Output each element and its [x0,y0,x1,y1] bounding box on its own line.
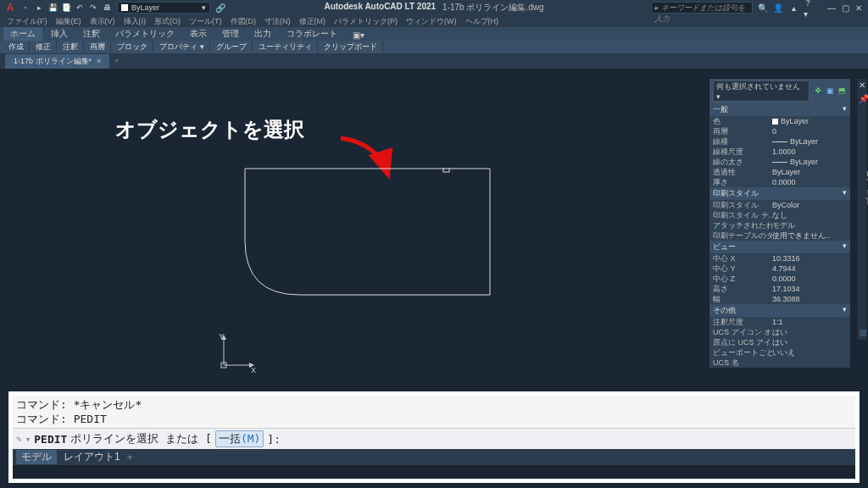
property-value[interactable]: はい [772,327,847,337]
ribbon-tab-view[interactable]: 表示 [183,27,214,41]
drawing-tab-close-icon[interactable]: × [97,57,101,65]
panel-draw[interactable]: 作成 [3,42,30,53]
ribbon-tab-insert[interactable]: 挿入 [44,27,75,41]
panel-modify[interactable]: 修正 [31,42,57,53]
property-value[interactable]: ByLayer [772,116,847,126]
ribbon-tab-collaborate[interactable]: コラボレート [280,27,344,41]
maximize-button[interactable]: ▢ [839,3,851,13]
search-icon[interactable]: 🔍 [758,3,768,13]
properties-palette-handle[interactable]: ✕ 📌 プロパティ [856,78,868,341]
property-value[interactable]: ByLayer [772,136,847,147]
layout-tab-layout1[interactable]: レイアウト1 [64,450,120,464]
menu-help[interactable]: ヘルプ(H) [465,16,499,27]
ribbon-tab-more[interactable]: ▣▾ [346,30,371,41]
panel-groups[interactable]: グループ [211,42,253,53]
menu-window[interactable]: ウィンドウ(W) [406,16,457,27]
property-value[interactable]: 0.0000 [772,274,847,284]
property-row[interactable]: 印刷テーブルのタ..使用できません.. [709,230,850,241]
ribbon-tab-manage[interactable]: 管理 [215,27,246,41]
app-logo[interactable]: A [3,1,17,14]
property-value[interactable]: 36.3088 [772,294,847,304]
panel-block[interactable]: ブロック [112,42,153,53]
palette-close-icon[interactable]: ✕ [859,80,865,90]
property-value[interactable]: はい [772,337,847,347]
property-value[interactable]: ByColor [772,200,847,210]
command-option-highlight[interactable]: 一括(M) [215,430,264,447]
property-row[interactable]: 線の太さByLayer [709,157,850,167]
app-exchange-icon[interactable]: ▴ [788,3,798,13]
property-row[interactable]: 高さ17.1034 [709,284,850,294]
property-row[interactable]: UCS 名 [709,358,850,368]
property-value[interactable]: 使用できません.. [772,230,847,241]
menu-modify[interactable]: 修正(M) [299,16,326,27]
property-value[interactable]: いいえ [772,347,847,358]
quick-select-icon[interactable]: ❖ [813,86,823,97]
drawing-object-rectangle[interactable] [244,168,498,303]
property-row[interactable]: UCS アイコン オンはい [709,327,850,337]
property-value[interactable]: なし [772,210,847,220]
property-value[interactable]: ByLayer [772,167,847,177]
ribbon-tab-annotate[interactable]: 注釈 [76,27,107,41]
ribbon-tab-output[interactable]: 出力 [248,27,278,41]
property-value[interactable]: 0 [772,126,847,136]
menu-view[interactable]: 表示(V) [90,16,115,27]
property-value[interactable]: モデル [772,220,847,230]
chevron-down-icon[interactable]: ▾ [25,434,31,445]
property-value[interactable]: 4.7944 [772,263,847,274]
menu-tools[interactable]: ツール(T) [189,16,222,27]
drawing-tab-current[interactable]: 1-17b ポリライン編集* × [5,54,109,69]
property-row[interactable]: 幅36.3088 [709,294,850,304]
redo-icon[interactable]: ↷ [88,3,98,13]
property-row[interactable]: ビューポートごとの..いいえ [709,347,850,358]
palette-options-icon[interactable] [860,330,866,336]
property-section-header[interactable]: ビュー▾ [709,241,850,253]
layout-tab-model[interactable]: モデル [16,450,57,464]
property-row[interactable]: 色ByLayer [709,116,850,126]
help-search-input[interactable]: ▸キーワードまたは語句を入力 [651,2,753,14]
property-value[interactable]: 17.1034 [772,284,847,294]
ribbon-tab-home[interactable]: ホーム [3,27,42,41]
property-section-header[interactable]: 一般▾ [709,103,850,116]
pickadd-icon[interactable]: ⬒ [837,86,847,97]
new-icon[interactable]: ▫ [20,3,31,13]
property-row[interactable]: 透過性ByLayer [709,167,850,177]
share-icon[interactable]: 🔗 [215,3,225,13]
menu-dimension[interactable]: 寸法(N) [264,16,291,27]
property-value[interactable]: 1:1 [772,317,847,327]
menu-format[interactable]: 形式(O) [154,16,181,27]
ribbon-tab-parametric[interactable]: パラメトリック [108,27,181,41]
menu-insert[interactable]: 挿入(I) [124,16,147,27]
layer-dropdown[interactable]: ByLayer ▾ [117,2,210,14]
property-row[interactable]: 線種ByLayer [709,136,850,147]
palette-pin-icon[interactable]: 📌 [859,94,868,103]
property-section-header[interactable]: 印刷スタイル▾ [709,187,850,200]
command-history[interactable]: コマンド: *キャンセル* コマンド: PEDIT [13,396,855,428]
property-row[interactable]: 中心 Y4.7944 [709,263,850,274]
property-value[interactable]: 1.0000 [772,147,847,157]
open-icon[interactable]: ▸ [34,3,44,13]
layout-tab-add-icon[interactable]: + [127,452,133,463]
menu-draw[interactable]: 作図(D) [231,16,257,27]
property-value[interactable]: ByLayer [772,157,847,167]
close-button[interactable]: ✕ [853,3,865,13]
select-objects-icon[interactable]: ▣ [825,86,835,97]
property-row[interactable]: アタッチされたれ..モデル [709,220,850,230]
menu-edit[interactable]: 編集(E) [56,16,81,27]
property-section-header[interactable]: その他▾ [709,304,850,317]
print-icon[interactable]: 🖶 [102,3,112,13]
property-value[interactable]: 0.0000 [772,177,847,187]
selection-dropdown[interactable]: 何も選択されていません ▾ [713,80,810,102]
property-row[interactable]: 印刷スタイルByColor [709,200,850,210]
panel-utilities[interactable]: ユーティリティ [253,42,318,53]
panel-layers[interactable]: 画層 [85,42,111,53]
signin-icon[interactable]: 👤 [773,3,783,13]
save-icon[interactable]: 💾 [47,3,58,13]
property-row[interactable]: 厚さ0.0000 [709,177,850,187]
menu-file[interactable]: ファイル(F) [7,16,47,27]
property-row[interactable]: 線種尺度1.0000 [709,147,850,157]
drawing-tab-add-icon[interactable]: + [114,57,119,65]
property-row[interactable]: 中心 Z0.0000 [709,274,850,284]
panel-clipboard[interactable]: クリップボード [319,42,383,53]
command-line-input[interactable]: ✎ ▾ PEDIT ポリラインを選択 または [一括(M)]: [13,428,855,449]
panel-properties[interactable]: プロパティ ▾ [154,42,210,53]
